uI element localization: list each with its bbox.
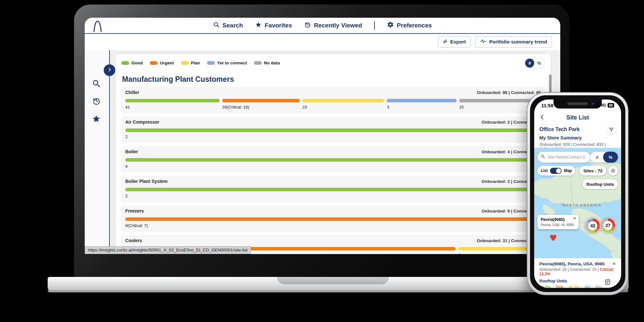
site-search-bar[interactable] [537, 152, 590, 163]
favorite-sites-button[interactable] [608, 166, 618, 175]
sidebar-expand-button[interactable] [104, 64, 115, 76]
segment-value: 4 [125, 164, 541, 169]
percent-value: 0% [595, 285, 601, 288]
export-button[interactable]: Export [438, 36, 471, 48]
toolbar: Export Portfolio summary trend [85, 34, 560, 50]
portfolio-summary-trend-button[interactable]: Portfolio summary trend [475, 36, 552, 48]
unit-hash-selected[interactable]: # [525, 59, 534, 68]
asset-section[interactable]: Boiler Onboarded: 4 | Connected: 4 4 [121, 146, 545, 173]
trend-pulse-icon [480, 39, 487, 45]
segment-bar [302, 99, 384, 102]
sites-count-pill[interactable]: Sites : 72 [580, 166, 606, 175]
status-time: 11:58 [541, 103, 554, 108]
top-navbar: Search Favorites Recently Viewed Prefere… [85, 18, 560, 34]
segment-bar [125, 99, 220, 102]
segment-bar [125, 128, 541, 132]
site-actions: Site Summary To-do list LIVE Live Connec… [601, 279, 621, 288]
bar-segment[interactable]: 23 [302, 99, 384, 109]
bar-segment[interactable]: 2 [125, 188, 541, 198]
unit-hash[interactable]: # [590, 152, 604, 163]
bar-segment[interactable]: 9(Critical: 7) [125, 217, 541, 228]
sidebar-search-icon[interactable] [91, 79, 101, 88]
sidebar-history-icon[interactable] [91, 96, 101, 106]
unit-percent[interactable]: % [534, 61, 544, 66]
phone-page-title: Site List [534, 114, 621, 121]
site-card-title: Peoria(9085), Peoria, USA, 9085 [539, 261, 605, 266]
site-detail-card: Peoria(9085), Peoria, USA, 9085 ✕ Onboar… [534, 258, 621, 288]
segment-value: 2 [125, 134, 541, 139]
phone-bezel: 11:58 4G 88 Site List Office Tech Park [530, 95, 625, 292]
asset-section[interactable]: Chiller Onboarded: 98 | Connected: 95 41… [121, 87, 545, 113]
phone-screen: 11:58 4G 88 Site List Office Tech Park [534, 99, 621, 288]
asset-section[interactable]: Air Compressor Onboarded: 2 | Connected:… [121, 117, 545, 143]
site-pin-icon[interactable] [549, 233, 557, 243]
gear-icon [387, 21, 394, 30]
legend-item: Plan [181, 61, 200, 65]
bar-segment[interactable]: 2 [125, 128, 541, 139]
site-group-name: Office Tech Park [539, 127, 580, 132]
legend-swatch [150, 61, 157, 65]
map-region-label: NORTH AMERICA [563, 203, 601, 207]
network-label: 4G [601, 103, 606, 108]
section-name: Boiler Plant System [125, 179, 168, 184]
legend-item: Yet to connect [207, 61, 247, 65]
unit-percent-selected[interactable]: % [603, 152, 618, 163]
percent-separator: | [565, 285, 566, 288]
rooftop-units-filter-pill[interactable]: Rooftop Units [582, 179, 618, 189]
cluster-count: 42 [588, 221, 597, 230]
unit-toggle-laptop[interactable]: # % [524, 58, 545, 68]
legend-swatch [181, 61, 189, 65]
bar-segment[interactable]: 4 [125, 158, 541, 169]
nav-recently-viewed-label: Recently Viewed [314, 22, 362, 29]
filter-button[interactable] [606, 125, 616, 134]
legend-item: No data [254, 61, 280, 65]
map-popup: Peoria(9085) Peoria, USA, HI, 9085 ✕ [537, 215, 579, 229]
unit-toggle-phone[interactable]: # % [590, 152, 618, 163]
laptop-base-notch [277, 277, 389, 284]
percent-value: 0% [585, 285, 591, 288]
bar-segment[interactable]: 3 [387, 99, 456, 109]
legend-label: No data [264, 61, 280, 65]
nav-favorites[interactable]: Favorites [255, 22, 292, 30]
nav-preferences[interactable]: Preferences [387, 21, 432, 30]
history-icon [304, 21, 311, 30]
sidebar-favorites-icon[interactable] [91, 114, 101, 124]
phone-header: Site List [534, 112, 621, 123]
sidebar [85, 50, 110, 254]
stacked-bar: 41 16(Critical: 16) 23 3 15 [125, 99, 541, 109]
nav-search[interactable]: Search [213, 22, 243, 30]
segment-bar [387, 99, 456, 102]
list-map-toggle[interactable]: List Map [537, 166, 575, 175]
todo-list-action[interactable]: To-do list [618, 279, 621, 288]
battery-icon: 88 [608, 103, 614, 108]
legend-label: Good [131, 61, 143, 65]
map-view[interactable]: NORTH AMERICA # % List [534, 148, 621, 258]
segment-value: 41 [125, 105, 220, 109]
cluster-count: 27 [603, 221, 612, 230]
site-summary-action[interactable]: Site Summary [601, 279, 614, 288]
segment-bar [125, 188, 541, 191]
nav-divider [374, 21, 375, 30]
dashboard-content: GoodUrgentPlanYet to connectNo data # % … [85, 50, 560, 254]
site-search-input[interactable] [547, 155, 586, 160]
bar-segment[interactable]: 16(Critical: 16) [222, 99, 300, 109]
magnifier-icon [541, 154, 545, 160]
stacked-bar: 9(Critical: 7) [125, 217, 541, 228]
section-name: Freezers [125, 208, 144, 213]
map-cluster-marker[interactable]: 27 [599, 216, 617, 234]
list-map-switch[interactable] [550, 168, 562, 174]
bar-segment[interactable]: 41 [125, 99, 220, 109]
asset-section[interactable]: Boiler Plant System Onboarded: 2 | Conne… [121, 176, 545, 202]
popup-close-icon[interactable]: ✕ [573, 216, 576, 221]
sidebar-divider [109, 50, 110, 254]
legend-swatch [254, 61, 262, 65]
percent-separator: | [592, 285, 593, 288]
nav-recently-viewed[interactable]: Recently Viewed [304, 21, 362, 30]
list-label: List [541, 168, 548, 173]
asset-section[interactable]: Freezers Onboarded: 9 | Connected: 9 9(C… [121, 205, 545, 232]
nav-favorites-label: Favorites [265, 22, 292, 29]
site-card-close-icon[interactable]: ✕ [612, 261, 616, 266]
section-name: Boiler [125, 149, 138, 154]
status-url: https://insights.cortix.ai/insights/5000… [85, 246, 251, 254]
site-summary-icon [604, 279, 611, 287]
